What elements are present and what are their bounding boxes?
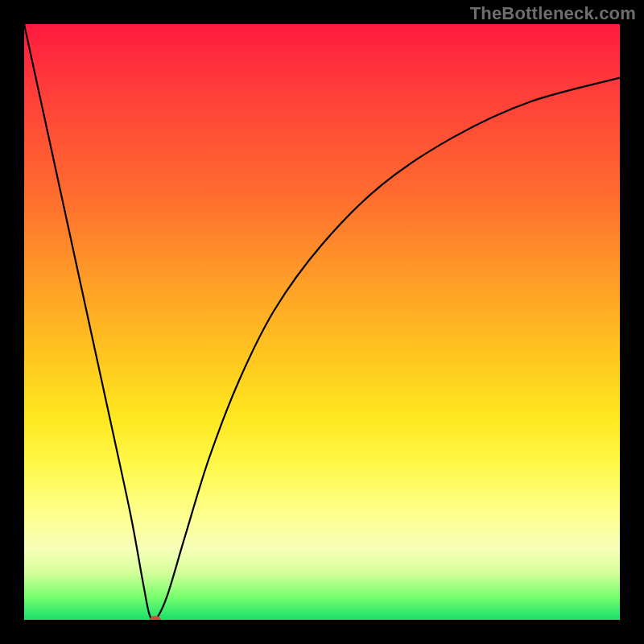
chart-frame: TheBottleneck.com <box>0 0 644 644</box>
optimal-point-marker <box>150 616 161 620</box>
watermark-text: TheBottleneck.com <box>470 3 636 24</box>
bottleneck-curve-path <box>24 24 620 620</box>
curve-layer <box>24 24 620 620</box>
plot-area <box>24 24 620 620</box>
